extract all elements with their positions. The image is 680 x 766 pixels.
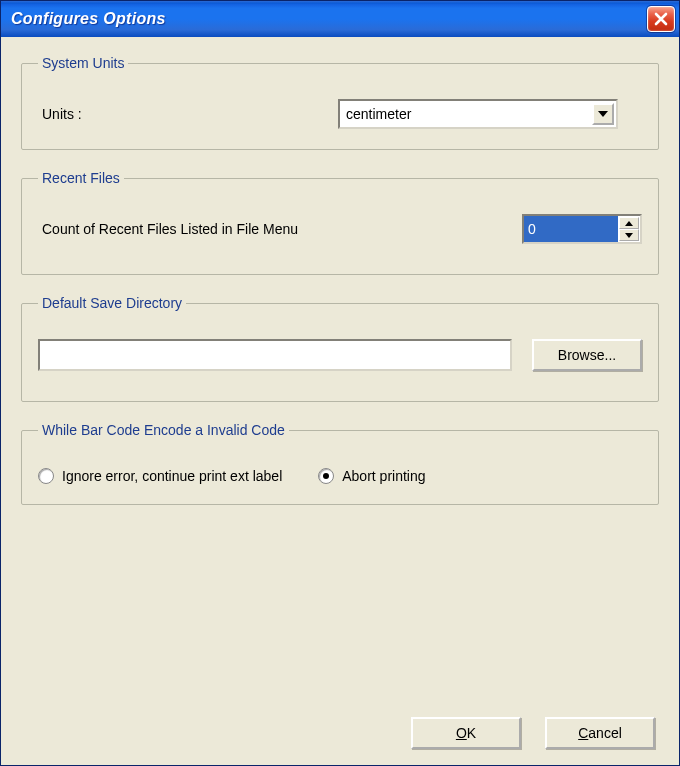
close-button[interactable] bbox=[647, 6, 675, 32]
save-dir-input[interactable] bbox=[38, 339, 512, 371]
title-text: Configures Options bbox=[11, 10, 166, 28]
browse-button[interactable]: Browse... bbox=[532, 339, 642, 371]
units-select-value: centimeter bbox=[346, 106, 411, 122]
spinner-down[interactable] bbox=[619, 229, 639, 241]
legend-recent-files: Recent Files bbox=[38, 170, 124, 186]
dialog-buttons: OK Cancel bbox=[21, 717, 659, 749]
arrow-up-icon bbox=[625, 221, 633, 226]
cancel-button[interactable]: Cancel bbox=[545, 717, 655, 749]
dropdown-button[interactable] bbox=[592, 103, 614, 125]
arrow-down-icon bbox=[625, 233, 633, 238]
close-icon bbox=[654, 12, 668, 26]
radio-abort-printing[interactable]: Abort printing bbox=[318, 468, 425, 484]
radio-abort-label: Abort printing bbox=[342, 468, 425, 484]
radio-circle bbox=[318, 468, 334, 484]
group-default-save-dir: Default Save Directory Browse... bbox=[21, 295, 659, 402]
dialog-window: Configures Options System Units Units : … bbox=[0, 0, 680, 766]
spinner-arrows bbox=[618, 216, 640, 242]
titlebar: Configures Options bbox=[1, 1, 679, 37]
client-area: System Units Units : centimeter Recent F… bbox=[1, 37, 679, 765]
legend-invalid-code: While Bar Code Encode a Invalid Code bbox=[38, 422, 289, 438]
recent-files-label: Count of Recent Files Listed in File Men… bbox=[38, 221, 522, 237]
legend-default-save-dir: Default Save Directory bbox=[38, 295, 186, 311]
recent-files-spinner[interactable]: 0 bbox=[522, 214, 642, 244]
units-label: Units : bbox=[38, 106, 338, 122]
group-recent-files: Recent Files Count of Recent Files Liste… bbox=[21, 170, 659, 275]
radio-dot-icon bbox=[323, 473, 329, 479]
ok-button[interactable]: OK bbox=[411, 717, 521, 749]
group-invalid-code: While Bar Code Encode a Invalid Code Ign… bbox=[21, 422, 659, 505]
chevron-down-icon bbox=[598, 111, 608, 117]
units-select[interactable]: centimeter bbox=[338, 99, 618, 129]
radio-ignore-error[interactable]: Ignore error, continue print ext label bbox=[38, 468, 282, 484]
spinner-up[interactable] bbox=[619, 217, 639, 229]
legend-system-units: System Units bbox=[38, 55, 128, 71]
group-system-units: System Units Units : centimeter bbox=[21, 55, 659, 150]
radio-ignore-label: Ignore error, continue print ext label bbox=[62, 468, 282, 484]
radio-circle bbox=[38, 468, 54, 484]
spinner-value[interactable]: 0 bbox=[524, 216, 618, 242]
